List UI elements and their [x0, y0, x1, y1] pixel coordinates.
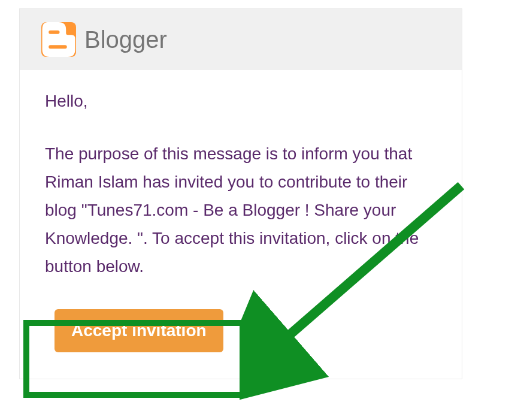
accept-invitation-button[interactable]: Accept invitation: [54, 309, 223, 352]
email-body: Hello, The purpose of this message is to…: [20, 70, 462, 379]
button-container: Accept invitation: [40, 295, 238, 367]
blogger-icon: [41, 22, 76, 57]
greeting-text: Hello,: [45, 92, 437, 111]
email-header: Blogger: [20, 9, 462, 70]
invitation-message: The purpose of this message is to inform…: [45, 140, 437, 280]
service-name-label: Blogger: [84, 26, 167, 53]
blogger-logo-b: [41, 22, 76, 57]
email-invitation-card: Blogger Hello, The purpose of this messa…: [19, 8, 462, 379]
